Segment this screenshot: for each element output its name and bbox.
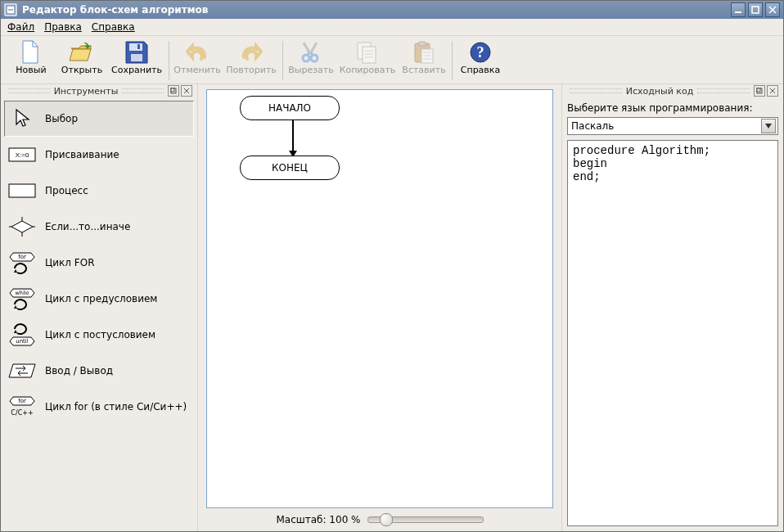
paste-button-label: Вставить: [402, 65, 445, 75]
toolbar-separator-2: [282, 41, 283, 80]
svg-text:X:=0: X:=0: [16, 151, 29, 159]
copy-icon: [355, 40, 380, 65]
clipboard-icon: [412, 40, 436, 65]
open-folder-icon: [70, 40, 94, 65]
svg-text:C/C++: C/C++: [11, 409, 33, 417]
app-window: Редактор блок-схем алгоритмов Файл Правк…: [0, 0, 784, 532]
tools-panel: Инструменты Выбор X:=0: [1, 83, 198, 531]
save-button-label: Сохранить: [111, 65, 162, 75]
tools-panel-title: Инструменты: [52, 86, 120, 97]
tools-panel-float-button[interactable]: [168, 85, 179, 97]
tool-while[interactable]: while Цикл с предусловием: [4, 281, 194, 317]
tool-ifelse[interactable]: Если...то...иначе: [4, 209, 194, 245]
new-file-icon: [19, 40, 43, 65]
cut-button[interactable]: Вырезать: [286, 38, 336, 83]
zoom-bar: Масштаб: 100 %: [206, 508, 553, 528]
copy-button[interactable]: Копировать: [336, 38, 399, 83]
source-panel-close-button[interactable]: [767, 85, 778, 97]
panel-grip: [697, 88, 750, 93]
tool-label: Выбор: [45, 113, 78, 124]
until-loop-icon: until: [7, 323, 37, 346]
flowchart-canvas[interactable]: НАЧАЛО КОНЕЦ: [206, 89, 553, 508]
menu-edit[interactable]: Правка: [44, 21, 82, 33]
flowchart-end-node[interactable]: КОНЕЦ: [240, 156, 340, 180]
source-panel-title: Исходный код: [624, 86, 696, 97]
tool-label: Цикл FOR: [45, 257, 95, 268]
paste-button[interactable]: Вставить: [399, 38, 449, 83]
scissors-icon: [299, 40, 323, 65]
app-icon: [4, 3, 17, 16]
zoom-slider-knob[interactable]: [380, 513, 393, 526]
tool-label: Ввод / Вывод: [45, 365, 113, 376]
source-panel-float-button[interactable]: [754, 85, 765, 97]
source-panel: Исходный код Выберите язык программирова…: [561, 83, 783, 531]
for-loop-icon: for: [7, 251, 37, 274]
redo-icon: [239, 40, 264, 65]
svg-rect-8: [137, 44, 140, 49]
source-panel-header: Исходный код: [565, 84, 780, 97]
tool-process[interactable]: Процесс: [4, 173, 194, 209]
redo-button-label: Повторить: [226, 65, 277, 75]
tool-label: Присваивание: [45, 149, 119, 160]
svg-text:until: until: [16, 338, 29, 345]
new-button[interactable]: Новый: [6, 38, 56, 83]
tools-panel-header: Инструменты: [4, 84, 194, 97]
save-floppy-icon: [124, 40, 149, 65]
process-icon: [7, 179, 37, 202]
window-title: Редактор блок-схем алгоритмов: [22, 4, 728, 16]
tool-for[interactable]: for Цикл FOR: [4, 245, 194, 281]
panel-grip: [122, 88, 164, 93]
svg-rect-30: [9, 184, 35, 197]
zoom-label: Масштаб: 100 %: [276, 514, 360, 525]
minimize-button[interactable]: [731, 2, 746, 17]
svg-text:?: ?: [477, 44, 484, 61]
tool-io[interactable]: Ввод / Вывод: [4, 353, 194, 389]
titlebar: Редактор блок-схем алгоритмов: [1, 1, 783, 19]
body: Инструменты Выбор X:=0: [1, 83, 783, 531]
tool-until[interactable]: until Цикл с постусловием: [4, 317, 194, 353]
tool-label: Если...то...иначе: [45, 221, 130, 232]
svg-rect-3: [752, 7, 759, 13]
undo-icon: [185, 40, 210, 65]
help-button[interactable]: ? Справка: [455, 38, 506, 83]
tools-panel-close-button[interactable]: [181, 85, 192, 97]
panel-grip: [8, 88, 50, 93]
tool-assign[interactable]: X:=0 Присваивание: [4, 137, 194, 173]
help-icon: ?: [468, 40, 493, 65]
svg-text:while: while: [15, 290, 29, 296]
source-code-view[interactable]: procedure Algorithm; begin end;: [567, 140, 778, 526]
undo-button[interactable]: Отменить: [172, 38, 223, 83]
toolbar: Новый Открыть Сохранить Отменить Повто: [1, 36, 783, 84]
maximize-button[interactable]: [748, 2, 763, 17]
svg-text:for: for: [18, 398, 26, 404]
close-button[interactable]: [765, 2, 780, 17]
open-button[interactable]: Открыть: [56, 38, 107, 83]
menubar: Файл Правка Справка: [1, 19, 783, 36]
redo-button[interactable]: Повторить: [223, 38, 280, 83]
new-button-label: Новый: [16, 65, 46, 75]
toolbar-separator-1: [169, 41, 169, 80]
language-select-value: Паскаль: [571, 120, 614, 132]
tool-list: Выбор X:=0 Присваивание Процесс: [4, 101, 194, 528]
tool-selection[interactable]: Выбор: [4, 101, 194, 137]
menu-help[interactable]: Справка: [92, 21, 135, 33]
svg-rect-17: [419, 42, 426, 46]
tool-cfor[interactable]: forC/C++ Цикл for (в стиле Си/Си++): [4, 389, 194, 425]
assign-icon: X:=0: [7, 143, 37, 166]
language-select[interactable]: Паскаль: [567, 117, 778, 135]
zoom-slider[interactable]: [367, 516, 484, 523]
diamond-icon: [7, 215, 37, 238]
canvas-panel: НАЧАЛО КОНЕЦ Масштаб: 100 %: [198, 83, 561, 531]
menu-file[interactable]: Файл: [7, 21, 34, 33]
tool-label: Цикл с предусловием: [45, 293, 157, 304]
save-button[interactable]: Сохранить: [107, 38, 166, 83]
chevron-down-icon: [761, 119, 776, 133]
tool-label: Процесс: [45, 185, 88, 196]
open-button-label: Открыть: [61, 65, 102, 75]
flowchart-arrow: [288, 119, 298, 159]
cut-button-label: Вырезать: [288, 65, 333, 75]
while-loop-icon: while: [7, 287, 37, 310]
flowchart-start-node[interactable]: НАЧАЛО: [240, 96, 340, 120]
svg-rect-6: [129, 43, 142, 51]
flowchart-start-label: НАЧАЛО: [268, 102, 311, 114]
